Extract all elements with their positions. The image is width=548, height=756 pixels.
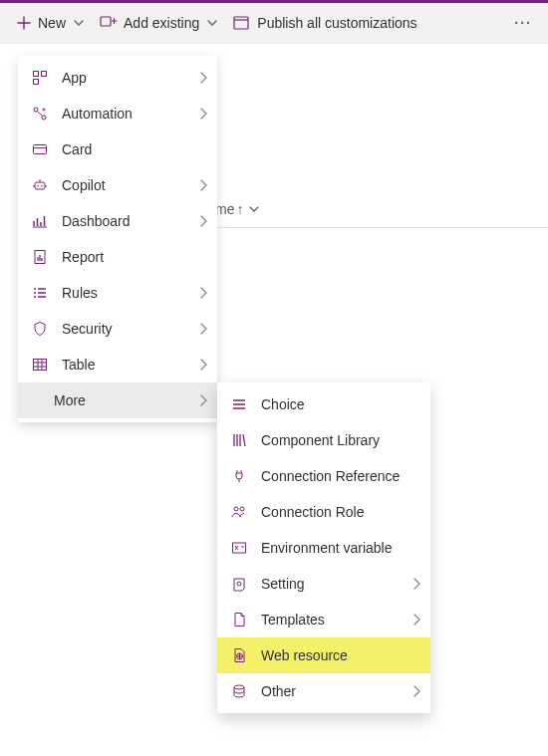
svg-point-6 <box>42 116 46 120</box>
menu-item-report[interactable]: Report <box>18 239 217 275</box>
setting-icon <box>229 574 249 594</box>
publish-icon <box>233 15 251 31</box>
dashboard-icon <box>30 211 50 231</box>
header-underline <box>215 227 548 228</box>
add-existing-label: Add existing <box>124 15 199 31</box>
copilot-icon <box>30 175 50 195</box>
chevron-right-icon <box>412 578 420 590</box>
chevron-right-icon <box>199 72 207 84</box>
menu-item-label: Automation <box>62 106 187 122</box>
canvas: me ↑ App Automation Card <box>0 44 548 753</box>
menu-item-label: Choice <box>261 396 420 412</box>
menu-item-other[interactable]: Other <box>217 673 430 709</box>
svg-point-15 <box>240 507 244 511</box>
menu-item-connection-reference[interactable]: Connection Reference <box>217 458 430 494</box>
chevron-right-icon <box>412 685 420 697</box>
menu-item-dashboard[interactable]: Dashboard <box>18 203 217 239</box>
add-existing-button[interactable]: Add existing <box>94 11 223 35</box>
menu-item-connection-role[interactable]: Connection Role <box>217 494 430 530</box>
menu-item-web-resource[interactable]: Web resource <box>217 637 430 673</box>
web-resource-icon <box>229 645 249 665</box>
chevron-down-icon <box>207 18 217 28</box>
people-icon <box>229 502 249 522</box>
card-icon <box>30 139 50 159</box>
menu-item-environment-variable[interactable]: Environment variable <box>217 530 430 566</box>
menu-item-label: Component Library <box>261 432 420 448</box>
report-icon <box>30 247 50 267</box>
chevron-right-icon <box>199 394 207 406</box>
svg-rect-8 <box>34 145 47 154</box>
chevron-right-icon <box>412 614 420 626</box>
shield-icon <box>30 319 50 339</box>
svg-rect-3 <box>42 72 47 77</box>
svg-point-7 <box>43 109 45 111</box>
menu-item-card[interactable]: Card <box>18 131 217 167</box>
toolbar: New Add existing Publish all customizati… <box>0 3 548 44</box>
svg-point-14 <box>234 507 238 511</box>
menu-item-label: Connection Role <box>261 504 420 520</box>
chevron-down-icon <box>74 18 84 28</box>
menu-item-component-library[interactable]: Component Library <box>217 422 430 458</box>
menu-item-label: Security <box>62 321 187 337</box>
menu-item-automation[interactable]: Automation <box>18 96 217 131</box>
chevron-down-icon <box>249 204 259 214</box>
rules-icon <box>30 283 50 303</box>
menu-item-label: Table <box>62 357 187 373</box>
menu-item-setting[interactable]: Setting <box>217 566 430 602</box>
overflow-menu-button[interactable]: ··· <box>508 11 538 35</box>
automation-icon <box>30 104 50 124</box>
chevron-right-icon <box>199 323 207 335</box>
svg-rect-2 <box>34 72 39 77</box>
table-icon <box>30 355 50 375</box>
menu-item-table[interactable]: Table <box>18 347 217 382</box>
svg-point-11 <box>41 185 43 187</box>
menu-item-security[interactable]: Security <box>18 311 217 347</box>
chevron-right-icon <box>199 215 207 227</box>
svg-rect-9 <box>35 182 45 189</box>
menu-item-app[interactable]: App <box>18 60 217 96</box>
menu-item-label: Connection Reference <box>261 468 420 484</box>
menu-item-choice[interactable]: Choice <box>217 386 430 422</box>
more-submenu: Choice Component Library Connection Refe… <box>217 382 430 713</box>
template-icon <box>229 610 249 630</box>
menu-item-templates[interactable]: Templates <box>217 602 430 637</box>
database-icon <box>229 681 249 701</box>
svg-rect-0 <box>101 17 111 26</box>
sort-up-icon: ↑ <box>236 201 243 217</box>
library-icon <box>229 430 249 450</box>
chevron-right-icon <box>199 287 207 299</box>
new-menu: App Automation Card Copilot <box>18 56 217 422</box>
svg-point-17 <box>237 582 241 586</box>
svg-rect-13 <box>34 360 47 371</box>
menu-item-label: App <box>62 70 187 86</box>
svg-point-19 <box>234 685 244 689</box>
chevron-right-icon <box>199 359 207 371</box>
menu-item-more[interactable]: More <box>18 382 217 418</box>
column-header-text: me <box>215 201 234 217</box>
plus-icon <box>16 15 32 31</box>
publish-button[interactable]: Publish all customizations <box>227 11 422 35</box>
menu-item-label: Dashboard <box>62 213 187 229</box>
menu-item-label: Rules <box>62 285 187 301</box>
menu-item-label: Card <box>62 141 207 157</box>
menu-item-label: Other <box>261 683 401 699</box>
menu-item-label: Web resource <box>261 647 420 663</box>
new-button[interactable]: New <box>10 11 90 35</box>
column-header-name[interactable]: me ↑ <box>215 201 259 217</box>
variable-icon <box>229 538 249 558</box>
svg-rect-4 <box>34 80 39 85</box>
menu-item-label: Setting <box>261 576 401 592</box>
chevron-right-icon <box>199 108 207 120</box>
svg-point-5 <box>34 108 38 112</box>
choice-icon <box>229 394 249 414</box>
svg-rect-16 <box>233 543 246 553</box>
menu-item-copilot[interactable]: Copilot <box>18 167 217 203</box>
app-icon <box>30 68 50 88</box>
menu-item-label: Templates <box>261 612 401 628</box>
menu-item-label: More <box>30 392 187 408</box>
menu-item-label: Copilot <box>62 177 187 193</box>
publish-label: Publish all customizations <box>257 15 416 31</box>
menu-item-label: Environment variable <box>261 540 420 556</box>
plug-icon <box>229 466 249 486</box>
menu-item-rules[interactable]: Rules <box>18 275 217 311</box>
